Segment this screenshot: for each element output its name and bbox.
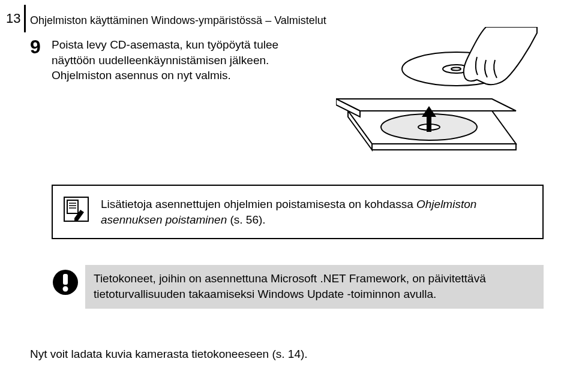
- step-line1: Poista levy CD-asemasta, kun työpöytä tu…: [52, 38, 278, 67]
- section-header: Ohjelmiston käyttäminen Windows-ympärist…: [30, 14, 326, 27]
- warning-box: Tietokoneet, joihin on asennettuna Micro…: [85, 265, 544, 309]
- svg-rect-11: [63, 274, 68, 285]
- footer-text: Nyt voit ladata kuvia kamerasta tietokon…: [30, 348, 308, 361]
- info-suffix: (s. 56).: [227, 213, 265, 226]
- cd-eject-illustration: [336, 27, 540, 165]
- warning-text: Tietokoneet, joihin on asennettuna Micro…: [94, 271, 535, 301]
- svg-rect-6: [67, 200, 78, 213]
- header-divider: [24, 5, 26, 32]
- info-prefix: Lisätietoja asennettujen ohjelmien poist…: [101, 198, 416, 210]
- svg-point-12: [63, 287, 68, 292]
- info-text: Lisätietoja asennettujen ohjelmien poist…: [101, 197, 530, 227]
- page-number: 13: [6, 11, 20, 26]
- info-box: Lisätietoja asennettujen ohjelmien poist…: [52, 185, 544, 239]
- svg-point-4: [451, 68, 461, 71]
- warning-icon: [52, 269, 79, 296]
- note-icon: [64, 197, 89, 222]
- step-number: 9: [30, 36, 41, 58]
- step-line2: Ohjelmiston asennus on nyt valmis.: [52, 69, 231, 82]
- step-text: Poista levy CD-asemasta, kun työpöytä tu…: [52, 37, 304, 83]
- warning-row: Tietokoneet, joihin on asennettuna Micro…: [52, 265, 544, 309]
